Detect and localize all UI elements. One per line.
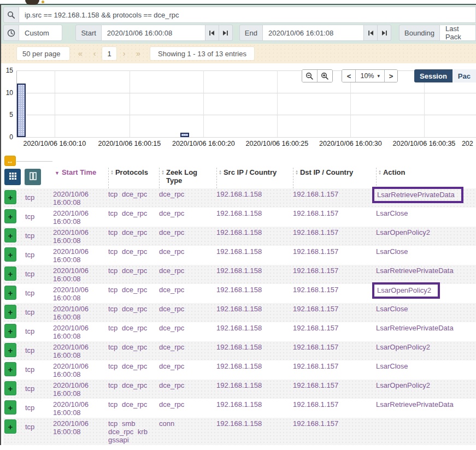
action-value[interactable]: LsarClose bbox=[376, 305, 408, 313]
dst-ip-value[interactable]: 192.168.1.157 bbox=[293, 400, 338, 408]
action-value[interactable]: LsarOpenPolicy2 bbox=[376, 228, 430, 236]
expand-session-button[interactable]: + bbox=[4, 381, 16, 395]
start-time-value[interactable]: 2020/10/06 16:00:08 bbox=[53, 305, 89, 321]
bounding-select[interactable]: Last Pack bbox=[440, 25, 476, 41]
dst-ip-value[interactable]: 192.168.1.157 bbox=[293, 286, 338, 294]
zeek-log-type-value[interactable]: dce_rpc bbox=[159, 324, 184, 332]
dst-ip-value[interactable]: 192.168.1.157 bbox=[293, 228, 338, 236]
tab-packets[interactable]: Pac bbox=[453, 69, 476, 82]
transport-protocol[interactable]: tcp bbox=[25, 346, 34, 354]
transport-protocol[interactable]: tcp bbox=[25, 308, 34, 316]
src-ip-value[interactable]: 192.168.1.158 bbox=[216, 381, 262, 389]
prev-page-button[interactable]: ‹ bbox=[87, 46, 102, 61]
tab-session[interactable]: Session bbox=[414, 69, 453, 82]
zeek-log-type-value[interactable]: dce_rpc bbox=[159, 400, 184, 408]
expand-session-button[interactable]: + bbox=[4, 400, 16, 415]
dst-ip-value[interactable]: 192.168.1.157 bbox=[293, 362, 338, 370]
action-value[interactable]: LsarClose bbox=[376, 209, 408, 217]
action-value[interactable]: LsarOpenPolicy2 bbox=[376, 381, 430, 389]
end-skip-back-icon[interactable] bbox=[364, 25, 378, 41]
expand-session-button[interactable]: + bbox=[4, 419, 16, 434]
dst-ip-value[interactable]: 192.168.1.157 bbox=[293, 247, 338, 256]
transport-protocol[interactable]: tcp bbox=[25, 404, 34, 412]
src-ip-value[interactable]: 192.168.1.158 bbox=[216, 267, 262, 275]
dst-ip-value[interactable]: 192.168.1.157 bbox=[293, 190, 338, 198]
dst-ip-value[interactable]: 192.168.1.157 bbox=[293, 209, 338, 217]
start-time-value[interactable]: 2020/10/06 16:00:08 bbox=[53, 324, 89, 340]
dst-ip-value[interactable]: 192.168.1.157 bbox=[293, 267, 338, 275]
action-value[interactable]: LsarRetrievePrivateData bbox=[376, 267, 454, 275]
start-time-input[interactable] bbox=[102, 25, 205, 41]
src-ip-value[interactable]: 192.168.1.158 bbox=[216, 362, 262, 370]
src-ip-value[interactable]: 192.168.1.158 bbox=[216, 228, 262, 236]
zeek-log-type-value[interactable]: dce_rpc bbox=[159, 362, 184, 370]
zeek-log-type-value[interactable]: dce_rpc bbox=[159, 190, 184, 198]
transport-protocol[interactable]: tcp bbox=[25, 327, 34, 335]
zeek-log-type-value[interactable]: conn bbox=[159, 419, 174, 428]
protocols-value[interactable]: tcp dce_rpc bbox=[108, 247, 147, 256]
start-time-value[interactable]: 2020/10/06 16:00:08 bbox=[53, 190, 89, 206]
zeek-log-type-value[interactable]: dce_rpc bbox=[159, 209, 184, 217]
start-time-value[interactable]: 2020/10/06 16:00:08 bbox=[53, 343, 89, 359]
src-ip-value[interactable]: 192.168.1.158 bbox=[216, 286, 262, 294]
protocols-value[interactable]: tcp dce_rpc bbox=[108, 343, 147, 351]
zeek-log-type-value[interactable]: dce_rpc bbox=[159, 228, 184, 236]
columns-view-button[interactable] bbox=[25, 169, 41, 185]
src-ip-value[interactable]: 192.168.1.158 bbox=[216, 400, 262, 408]
start-time-value[interactable]: 2020/10/06 16:00:08 bbox=[53, 286, 89, 302]
transport-protocol[interactable]: tcp bbox=[25, 232, 34, 240]
start-time-value[interactable]: 2020/10/06 16:00:08 bbox=[53, 400, 89, 417]
src-ip-value[interactable]: 192.168.1.158 bbox=[216, 419, 262, 428]
protocols-value[interactable]: tcp dce_rpc bbox=[108, 190, 147, 198]
protocols-value[interactable]: tcp dce_rpc bbox=[108, 324, 147, 332]
expand-session-button[interactable]: + bbox=[4, 247, 16, 262]
src-ip-value[interactable]: 192.168.1.158 bbox=[216, 190, 262, 198]
zeek-log-type-value[interactable]: dce_rpc bbox=[159, 247, 184, 256]
protocols-value[interactable]: tcp dce_rpc bbox=[108, 209, 147, 217]
src-ip-value[interactable]: 192.168.1.158 bbox=[216, 324, 262, 332]
action-value[interactable]: LsarRetrievePrivateData bbox=[372, 187, 463, 203]
start-skip-forward-icon[interactable] bbox=[219, 25, 233, 41]
protocols-value[interactable]: tcp dce_rpc bbox=[108, 267, 147, 275]
protocols-value[interactable]: tcp dce_rpc bbox=[108, 228, 147, 236]
first-page-button[interactable]: « bbox=[73, 46, 87, 61]
expand-session-button[interactable]: + bbox=[4, 286, 16, 300]
expand-session-button[interactable]: + bbox=[4, 209, 16, 223]
action-value[interactable]: LsarOpenPolicy2 bbox=[376, 343, 430, 351]
expand-session-button[interactable]: + bbox=[4, 324, 16, 338]
start-time-value[interactable]: 2020/10/06 16:00:08 bbox=[53, 362, 89, 378]
transport-protocol[interactable]: tcp bbox=[25, 251, 34, 259]
start-time-value[interactable]: 2020/10/06 16:00:08 bbox=[53, 228, 89, 245]
end-time-input[interactable] bbox=[263, 25, 364, 41]
column-header-action[interactable]: ▲▼ Action bbox=[376, 168, 476, 188]
column-header-start-time[interactable]: ▼ Start Time bbox=[53, 168, 108, 188]
dst-ip-value[interactable]: 192.168.1.157 bbox=[293, 343, 338, 351]
action-value[interactable]: LsarOpenPolicy2 bbox=[372, 282, 440, 299]
zeek-log-type-value[interactable]: dce_rpc bbox=[159, 267, 184, 275]
search-input[interactable] bbox=[19, 7, 476, 23]
zeek-log-type-value[interactable]: dce_rpc bbox=[159, 286, 184, 294]
transport-protocol[interactable]: tcp bbox=[25, 212, 34, 221]
dst-ip-value[interactable]: 192.168.1.157 bbox=[293, 381, 338, 389]
start-time-value[interactable]: 2020/10/06 16:00:08 bbox=[53, 247, 89, 264]
start-time-value[interactable]: 2020/10/06 16:00:08 bbox=[53, 267, 89, 283]
start-time-value[interactable]: 2020/10/06 16:00:08 bbox=[53, 209, 89, 226]
pan-left-button[interactable]: < bbox=[342, 70, 355, 82]
transport-protocol[interactable]: tcp bbox=[25, 193, 34, 202]
zeek-log-type-value[interactable]: dce_rpc bbox=[159, 381, 184, 389]
expand-session-button[interactable]: + bbox=[4, 343, 16, 357]
protocols-value[interactable]: tcp dce_rpc bbox=[108, 286, 147, 294]
protocols-value[interactable]: tcp dce_rpc bbox=[108, 362, 147, 370]
column-header-src-ip[interactable]: ▲▼ Src IP / Country bbox=[216, 168, 293, 188]
zeek-log-type-value[interactable]: dce_rpc bbox=[159, 343, 184, 351]
action-value[interactable]: LsarRetrievePrivateData bbox=[376, 400, 454, 408]
pan-right-button[interactable]: > bbox=[384, 70, 397, 82]
dst-ip-value[interactable]: 192.168.1.157 bbox=[293, 419, 338, 428]
protocols-value[interactable]: tcp dce_rpc bbox=[108, 400, 147, 408]
action-value[interactable]: LsarRetrievePrivateData bbox=[376, 324, 454, 332]
expand-session-button[interactable]: + bbox=[4, 190, 16, 204]
last-page-button[interactable]: » bbox=[131, 46, 145, 61]
dst-ip-value[interactable]: 192.168.1.157 bbox=[293, 324, 338, 332]
expand-session-button[interactable]: + bbox=[4, 362, 16, 376]
start-skip-back-icon[interactable] bbox=[205, 25, 219, 41]
